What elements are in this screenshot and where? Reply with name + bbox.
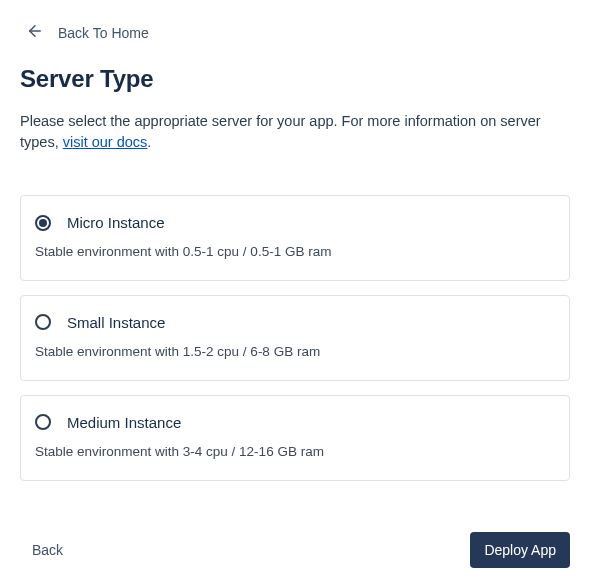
radio-selected-icon: [35, 215, 51, 231]
back-to-home-link[interactable]: Back To Home: [26, 22, 149, 43]
option-micro-instance[interactable]: Micro Instance Stable environment with 0…: [20, 195, 570, 281]
option-title: Small Instance: [67, 314, 165, 331]
option-title: Medium Instance: [67, 414, 181, 431]
back-button[interactable]: Back: [20, 534, 75, 566]
radio-unselected-icon: [35, 314, 51, 330]
description-suffix: .: [147, 134, 151, 150]
page-title: Server Type: [20, 65, 570, 93]
option-description: Stable environment with 0.5-1 cpu / 0.5-…: [35, 243, 555, 262]
deploy-app-button[interactable]: Deploy App: [470, 532, 570, 568]
option-medium-instance[interactable]: Medium Instance Stable environment with …: [20, 395, 570, 481]
radio-unselected-icon: [35, 414, 51, 430]
back-to-home-label: Back To Home: [58, 25, 149, 41]
footer-actions: Back Deploy App: [20, 532, 570, 568]
option-description: Stable environment with 3-4 cpu / 12-16 …: [35, 443, 555, 462]
page-description: Please select the appropriate server for…: [20, 111, 570, 153]
option-description: Stable environment with 1.5-2 cpu / 6-8 …: [35, 343, 555, 362]
option-title: Micro Instance: [67, 214, 165, 231]
server-type-options: Micro Instance Stable environment with 0…: [20, 195, 570, 481]
visit-docs-link[interactable]: visit our docs: [63, 134, 148, 150]
option-small-instance[interactable]: Small Instance Stable environment with 1…: [20, 295, 570, 381]
arrow-left-icon: [26, 22, 44, 43]
